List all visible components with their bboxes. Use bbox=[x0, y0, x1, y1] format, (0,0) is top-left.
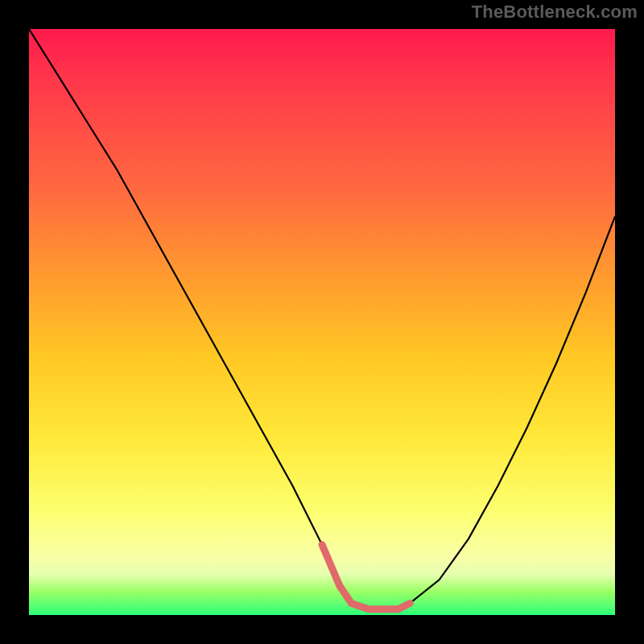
chart-frame: TheBottleneck.com bbox=[0, 0, 644, 644]
trough-highlight bbox=[322, 545, 410, 609]
curve-path bbox=[29, 29, 615, 609]
bottleneck-curve bbox=[29, 29, 615, 615]
watermark-text: TheBottleneck.com bbox=[472, 2, 638, 23]
plot-area bbox=[29, 29, 615, 615]
